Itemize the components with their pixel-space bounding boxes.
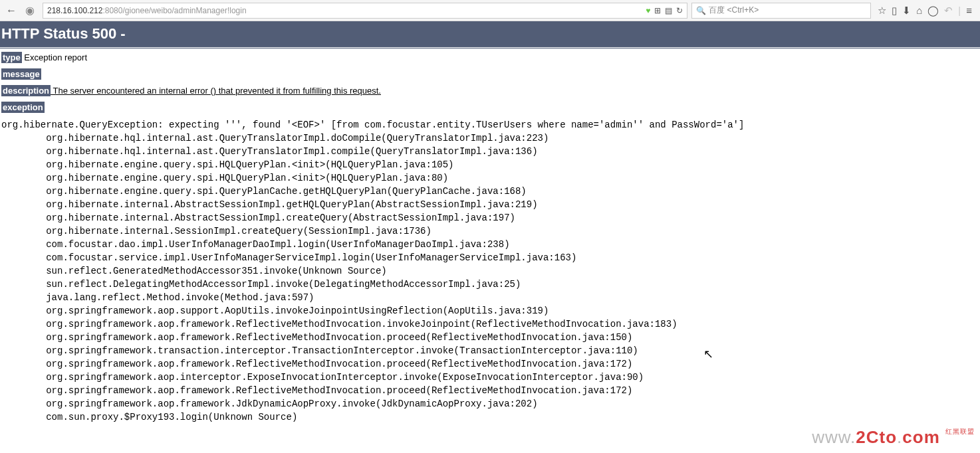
watermark-sub: 红黑联盟 (945, 427, 975, 436)
search-icon: 🔍 (696, 6, 706, 15)
watermark-prefix: www. (812, 427, 856, 447)
type-line: type Exception report (0, 49, 980, 66)
page-content: HTTP Status 500 - type Exception report … (0, 21, 980, 426)
reader-icon[interactable]: ▤ (665, 6, 672, 15)
library-icon[interactable]: ▯ (892, 5, 897, 17)
undo-icon[interactable]: ↶ (944, 5, 953, 17)
download-icon[interactable]: ⬇ (902, 5, 911, 17)
url-bar-icons: ♥ ⊞ ▤ ↻ (646, 6, 683, 15)
search-placeholder: 百度 <Ctrl+K> (709, 5, 759, 16)
toolbar-buttons: ☆ ▯ ⬇ ⌂ ◯ ↶ | ≡ (872, 5, 977, 17)
chat-icon[interactable]: ◯ (927, 5, 939, 17)
description-line: description The server encountered an in… (0, 82, 980, 99)
url-text: 218.16.100.212:8080/gionee/weibo/adminMa… (47, 6, 247, 15)
shield-icon[interactable]: ♥ (646, 6, 650, 15)
description-value: The server encountered an internal error… (51, 86, 381, 96)
exception-line: exception (0, 99, 980, 116)
bookmark-icon[interactable]: ☆ (878, 5, 886, 17)
message-line: message (0, 66, 980, 82)
description-label: description (1, 85, 51, 96)
watermark-mid: 2Cto (856, 427, 897, 447)
browser-toolbar: ← ◉ 218.16.100.212:8080/gionee/weibo/adm… (0, 0, 980, 21)
qr-icon[interactable]: ⊞ (654, 6, 661, 15)
home-icon[interactable]: ⌂ (916, 5, 922, 16)
exception-label: exception (1, 102, 45, 113)
url-bar[interactable]: 218.16.100.212:8080/gionee/weibo/adminMa… (43, 3, 687, 19)
type-value: Exception report (22, 52, 87, 62)
back-button[interactable]: ← (3, 2, 20, 19)
status-heading: HTTP Status 500 - (0, 21, 980, 47)
message-label: message (1, 68, 41, 80)
menu-icon[interactable]: ≡ (966, 5, 972, 16)
divider (0, 48, 980, 48)
watermark-suffix: com (902, 427, 939, 447)
identity-icon[interactable]: ◉ (21, 2, 39, 19)
reload-icon[interactable]: ↻ (676, 6, 683, 15)
watermark: www.2Cto.com 红黑联盟 (812, 427, 975, 448)
divider: | (958, 5, 961, 16)
stacktrace: org.hibernate.QueryException: expecting … (0, 116, 980, 426)
type-label: type (1, 52, 22, 63)
search-box[interactable]: 🔍 百度 <Ctrl+K> (691, 3, 871, 19)
